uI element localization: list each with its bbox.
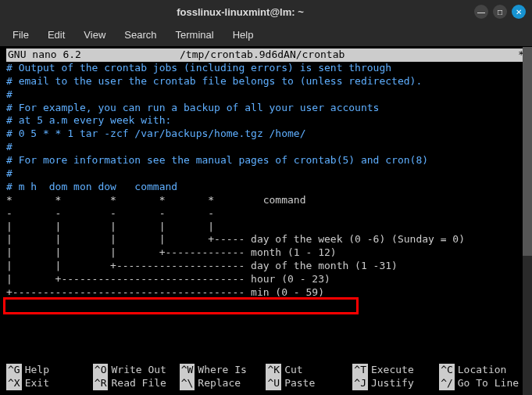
shortcut-cut: ^KCut	[266, 364, 348, 377]
menu-edit[interactable]: Edit	[38, 26, 74, 44]
editor-line: | | | +------------- month (1 - 12)	[6, 246, 526, 260]
editor-line: | | | | +----- day of the week (0 -6) (S…	[6, 233, 526, 246]
window-title: fosslinux-linuxmint@lm: ~	[6, 6, 474, 18]
window-controls: — □ ✕	[474, 5, 526, 19]
shortcut-row: ^XExit ^RRead File ^\Replace ^UPaste ^JJ…	[6, 377, 526, 390]
editor-line: # For more information see the manual pa…	[6, 154, 526, 167]
minimize-button[interactable]: —	[474, 5, 488, 19]
editor-line: #	[6, 88, 526, 102]
menu-help[interactable]: Help	[223, 26, 263, 44]
shortcut-exit: ^XExit	[6, 377, 88, 390]
scrollbar-thumb[interactable]	[523, 47, 532, 256]
shortcut-help: ^GHelp	[6, 364, 88, 377]
window-titlebar: fosslinux-linuxmint@lm: ~ — □ ✕	[0, 0, 532, 23]
shortcut-replace: ^\Replace	[180, 377, 262, 390]
shortcut-justify: ^JJustify	[352, 377, 434, 390]
menu-file[interactable]: File	[3, 26, 38, 44]
editor-line: +-------------------------------------- …	[6, 286, 526, 300]
shortcut-execute: ^TExecute	[352, 364, 434, 377]
shortcut-location: ^CLocation	[439, 364, 521, 377]
nano-header: GNU nano 6.2 /tmp/crontab.9d6dAN/crontab…	[6, 48, 526, 62]
editor-line: # email to the user the crontab file bel…	[6, 75, 526, 88]
scrollbar[interactable]	[523, 47, 532, 395]
editor-line: # at 5 a.m every week with:	[6, 114, 526, 127]
editor-line: | +------------------------------ hour (…	[6, 273, 526, 286]
editor-line: # 0 5 * * 1 tar -zcf /var/backups/home.t…	[6, 127, 526, 141]
nano-shortcuts: ^GHelp ^OWrite Out ^WWhere Is ^KCut ^TEx…	[6, 364, 526, 390]
editor-line: # For example, you can run a backup of a…	[6, 102, 526, 115]
terminal-area[interactable]: GNU nano 6.2 /tmp/crontab.9d6dAN/crontab…	[0, 47, 532, 395]
shortcut-writeout: ^OWrite Out	[93, 364, 175, 377]
shortcut-whereis: ^WWhere Is	[180, 364, 262, 377]
nano-filepath: /tmp/crontab.9d6dAN/crontab	[180, 48, 518, 62]
shortcut-readfile: ^RRead File	[93, 377, 175, 390]
shortcut-paste: ^UPaste	[266, 377, 348, 390]
nano-app-name: GNU nano 6.2	[8, 48, 180, 62]
editor-line: * * * * * command	[6, 194, 526, 207]
menubar: File Edit View Search Terminal Help	[0, 23, 532, 47]
shortcut-row: ^GHelp ^OWrite Out ^WWhere Is ^KCut ^TEx…	[6, 364, 526, 377]
shortcut-gotoline: ^/Go To Line	[439, 377, 521, 390]
menu-search[interactable]: Search	[115, 26, 166, 44]
editor-line: | | +--------------------- day of the mo…	[6, 260, 526, 273]
editor-line: - - - - -	[6, 207, 526, 221]
close-button[interactable]: ✕	[512, 5, 526, 19]
maximize-button[interactable]: □	[493, 5, 507, 19]
editor-line: # m h dom mon dow command	[6, 181, 526, 194]
menu-terminal[interactable]: Terminal	[166, 26, 223, 44]
editor-line: # Output of the crontab jobs (including …	[6, 62, 526, 75]
editor-line: #	[6, 141, 526, 154]
menu-view[interactable]: View	[74, 26, 115, 44]
editor-line: | | | | |	[6, 221, 526, 234]
annotation-highlight	[3, 297, 359, 314]
editor-line: #	[6, 167, 526, 181]
